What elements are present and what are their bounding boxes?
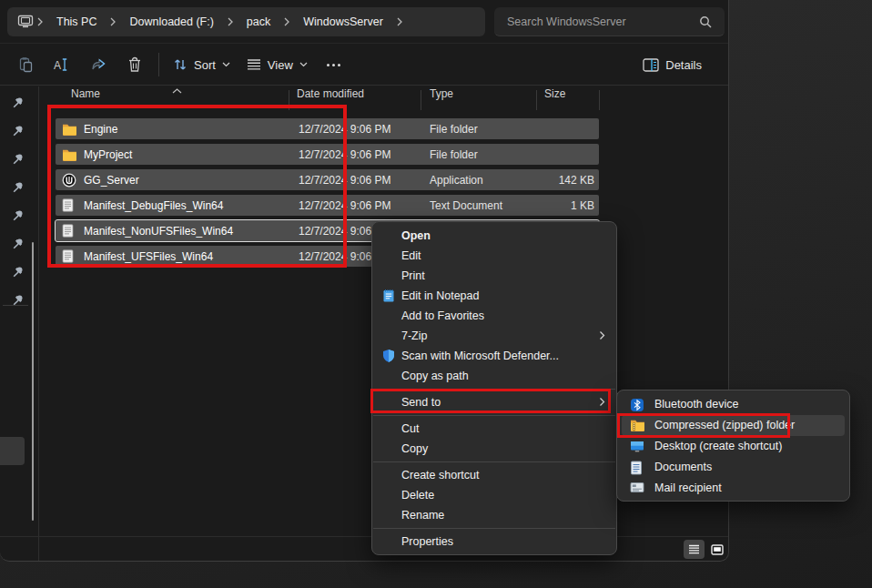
menu-separator xyxy=(373,415,615,416)
chevron-right-icon xyxy=(396,17,403,26)
navigation-pane xyxy=(0,86,39,561)
menu-item-create-shortcut[interactable]: Create shortcut xyxy=(372,465,616,485)
file-row-myproject[interactable]: MyProject 12/7/2024 9:06 PM File folder xyxy=(56,144,599,165)
menu-item-copy-as-path[interactable]: Copy as path xyxy=(372,366,616,386)
defender-shield-icon xyxy=(381,349,396,363)
menu-item-print[interactable]: Print xyxy=(372,266,616,286)
rename-button[interactable]: A xyxy=(44,49,80,80)
details-pane-button[interactable]: Details xyxy=(634,49,710,80)
pin-icon[interactable] xyxy=(11,124,27,140)
documents-icon xyxy=(630,461,644,475)
pin-icon[interactable] xyxy=(11,293,27,309)
desktop-icon xyxy=(630,440,644,454)
pin-icon[interactable] xyxy=(11,265,27,281)
delete-button[interactable] xyxy=(117,49,153,80)
menu-item-delete[interactable]: Delete xyxy=(372,485,616,505)
icons-view-icon xyxy=(711,544,724,555)
submenu-item-mail-recipient[interactable]: Mail recipient xyxy=(622,478,845,499)
sort-button[interactable]: Sort xyxy=(165,49,238,80)
menu-separator xyxy=(373,528,615,529)
pin-icon[interactable] xyxy=(11,152,27,168)
pin-icon[interactable] xyxy=(11,208,27,225)
icons-view-toggle[interactable] xyxy=(706,540,727,559)
ellipsis-icon xyxy=(327,64,340,66)
search-placeholder: Search WindowsServer xyxy=(507,15,626,28)
chevron-down-icon xyxy=(222,62,230,67)
breadcrumb[interactable]: This PC Downloaded (F:) pack WindowsServ… xyxy=(7,7,485,36)
view-button[interactable]: View xyxy=(238,49,316,80)
menu-item-open[interactable]: Open xyxy=(372,226,616,246)
sort-icon xyxy=(173,57,188,72)
chevron-down-icon xyxy=(299,62,308,67)
menu-item-send-to[interactable]: Send to xyxy=(372,392,616,412)
chevron-right-icon xyxy=(109,17,117,26)
column-separator[interactable] xyxy=(289,90,289,110)
column-header-type[interactable]: Type xyxy=(430,87,453,100)
details-view-icon xyxy=(688,544,700,554)
column-separator[interactable] xyxy=(421,90,421,110)
column-separator[interactable] xyxy=(536,90,537,110)
command-toolbar: A Sort View xyxy=(0,45,728,86)
pin-icon[interactable] xyxy=(11,237,27,253)
view-label: View xyxy=(268,58,293,72)
breadcrumb-drive[interactable]: Downloaded (F:) xyxy=(118,15,224,28)
file-row-engine[interactable]: Engine 12/7/2024 9:06 PM File folder xyxy=(56,118,599,139)
paste-icon xyxy=(17,56,34,73)
details-pane-icon xyxy=(643,58,659,72)
menu-item-scan-with-defender[interactable]: Scan with Microsoft Defender... xyxy=(372,346,616,366)
breadcrumb-this-pc[interactable]: This PC xyxy=(46,15,107,28)
breadcrumb-pack[interactable]: pack xyxy=(236,15,281,28)
search-input[interactable]: Search WindowsServer xyxy=(494,7,725,36)
see-more-button[interactable] xyxy=(316,49,352,80)
column-header-name[interactable]: Name xyxy=(71,87,100,100)
notepad-icon xyxy=(381,289,396,303)
menu-item-rename[interactable]: Rename xyxy=(372,505,616,525)
sidebar-divider xyxy=(3,305,28,306)
menu-item-edit-in-notepad[interactable]: Edit in Notepad xyxy=(372,286,616,306)
text-document-icon xyxy=(62,198,78,212)
breadcrumb-windowsserver[interactable]: WindowsServer xyxy=(292,15,394,28)
file-row-gg-server[interactable]: GG_Server 12/7/2024 9:06 PM Application … xyxy=(56,169,599,190)
menu-item-add-to-favorites[interactable]: Add to Favorites xyxy=(372,306,616,326)
chevron-right-icon xyxy=(227,17,234,26)
folder-icon xyxy=(62,123,78,136)
svg-text:A: A xyxy=(54,59,61,72)
search-icon xyxy=(699,15,712,28)
menu-item-7zip[interactable]: 7-Zip xyxy=(372,326,616,346)
pin-icon[interactable] xyxy=(11,96,27,112)
status-bar xyxy=(0,536,728,560)
submenu-item-compressed-folder[interactable]: Compressed (zipped) folder xyxy=(622,415,845,436)
file-row-manifest-debug[interactable]: Manifest_DebugFiles_Win64 12/7/2024 9:06… xyxy=(56,195,599,216)
pin-icon[interactable] xyxy=(11,180,27,197)
menu-item-properties[interactable]: Properties xyxy=(372,532,616,552)
menu-separator xyxy=(373,389,615,390)
menu-item-cut[interactable]: Cut xyxy=(372,419,616,439)
text-document-icon xyxy=(62,224,78,238)
column-header-date[interactable]: Date modified xyxy=(297,87,364,100)
desktop: { "breadcrumb": { "items": ["This PC", "… xyxy=(0,0,872,588)
submenu-item-desktop-shortcut[interactable]: Desktop (create shortcut) xyxy=(622,436,845,457)
column-header-size[interactable]: Size xyxy=(544,87,565,100)
submenu-item-documents[interactable]: Documents xyxy=(622,457,845,478)
column-separator[interactable] xyxy=(599,90,600,110)
submenu-item-bluetooth[interactable]: Bluetooth device xyxy=(622,394,845,415)
sidebar-scrollbar[interactable] xyxy=(32,242,34,521)
share-button[interactable] xyxy=(80,49,117,80)
text-document-icon xyxy=(62,249,78,263)
send-to-submenu: Bluetooth device Compressed (zipped) fol… xyxy=(616,390,850,502)
sidebar-selected-item[interactable] xyxy=(0,437,25,465)
paste-button[interactable] xyxy=(7,49,44,80)
unreal-app-icon xyxy=(62,173,78,188)
sort-ascending-icon xyxy=(172,88,182,94)
menu-separator xyxy=(373,461,615,462)
view-list-icon xyxy=(247,58,261,71)
menu-item-copy[interactable]: Copy xyxy=(372,439,616,459)
details-view-toggle[interactable] xyxy=(684,540,705,559)
submenu-arrow-icon xyxy=(599,397,605,407)
menu-item-edit[interactable]: Edit xyxy=(372,246,616,266)
trash-icon xyxy=(127,56,142,73)
details-label: Details xyxy=(665,58,702,72)
toolbar-separator xyxy=(158,53,159,76)
sort-label: Sort xyxy=(194,58,216,72)
rename-icon: A xyxy=(53,56,71,73)
